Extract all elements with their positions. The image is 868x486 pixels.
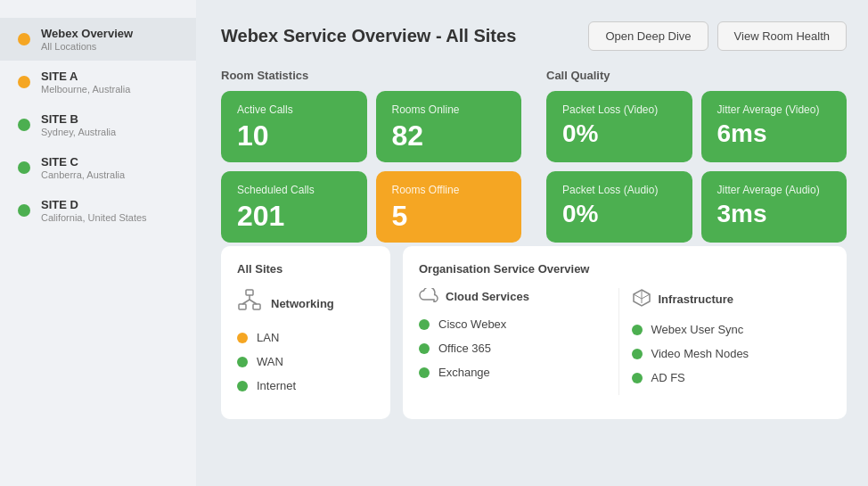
sidebar-item-sub: Canberra, Australia [41, 169, 125, 180]
rooms-offline-label: Rooms Offline [392, 184, 506, 196]
site-c-dot [18, 161, 30, 174]
site-a-dot [18, 76, 30, 88]
sidebar-item-webex-overview[interactable]: Webex Overview All Locations [0, 18, 196, 61]
networking-wan-item: WAN [237, 355, 374, 368]
svg-rect-2 [253, 304, 260, 309]
top-area: Room Statistics Active Calls 10 Rooms On… [221, 69, 847, 243]
org-service-label: Organisation Service Overview [419, 262, 831, 276]
sidebar-item-sub: Sydney, Australia [41, 127, 116, 137]
ad-fs-item: AD FS [632, 371, 819, 384]
packet-loss-video-label: Packet Loss (Video) [562, 103, 676, 116]
bottom-panels: All Sites Networking LAN [221, 246, 847, 419]
room-statistics-section: Room Statistics Active Calls 10 Rooms On… [221, 69, 521, 243]
sidebar-item-sub: California, United States [41, 212, 147, 223]
jitter-avg-video-label: Jitter Average (Video) [717, 103, 831, 116]
video-mesh-nodes-item: Video Mesh Nodes [632, 347, 819, 360]
svg-rect-1 [239, 304, 246, 309]
page-header: Webex Service Overview - All Sites Open … [221, 21, 847, 51]
packet-loss-audio-value: 0% [562, 202, 676, 227]
cloud-services-header: Cloud Services [419, 288, 606, 305]
exchange-item: Exchange [419, 366, 606, 379]
svg-line-4 [242, 300, 250, 304]
active-calls-value: 10 [237, 121, 351, 150]
sidebar: Webex Overview All Locations SITE A Melb… [0, 0, 196, 486]
packet-loss-audio-card: Packet Loss (Audio) 0% [546, 171, 692, 243]
sidebar-item-site-c[interactable]: SITE C Canberra, Australia [0, 146, 196, 189]
view-room-health-button[interactable]: View Room Health [717, 21, 847, 51]
sidebar-item-sub: Melbourne, Australia [41, 84, 130, 95]
lan-status-dot [237, 333, 248, 343]
webex-overview-dot [18, 33, 30, 45]
sidebar-item-title: SITE A [41, 70, 130, 83]
rooms-online-card: Rooms Online 82 [376, 91, 522, 162]
webex-user-sync-item: Webex User Sync [632, 323, 819, 336]
all-sites-label: All Sites [237, 262, 374, 276]
room-statistics-label: Room Statistics [221, 69, 521, 82]
sidebar-item-site-d[interactable]: SITE D California, United States [0, 189, 196, 232]
infrastructure-title: Infrastructure [659, 292, 734, 306]
stat-grid: Active Calls 10 Rooms Online 82 Schedule… [221, 91, 521, 243]
infrastructure-header: Infrastructure [632, 288, 819, 310]
video-mesh-nodes-label: Video Mesh Nodes [651, 347, 749, 360]
jitter-avg-video-value: 6ms [717, 121, 831, 146]
jitter-avg-video-card: Jitter Average (Video) 6ms [701, 91, 848, 162]
site-d-dot [18, 204, 30, 217]
cloud-services-col: Cloud Services Cisco Webex Office 365 Ex… [419, 288, 619, 395]
sidebar-item-title: SITE B [41, 112, 116, 126]
packet-loss-video-card: Packet Loss (Video) 0% [546, 91, 692, 162]
office-365-item: Office 365 [419, 342, 606, 355]
org-service-panel: Organisation Service Overview Cloud Serv… [403, 246, 847, 419]
svg-line-5 [250, 300, 257, 304]
jitter-avg-audio-label: Jitter Average (Audio) [717, 184, 831, 196]
main-content: Webex Service Overview - All Sites Open … [196, 0, 868, 486]
org-cols: Cloud Services Cisco Webex Office 365 Ex… [419, 288, 831, 395]
networking-header: Networking [237, 288, 374, 318]
scheduled-calls-card: Scheduled Calls 201 [221, 171, 367, 243]
cloud-icon [419, 288, 438, 305]
wan-status-dot [237, 357, 248, 367]
exchange-dot [419, 367, 430, 378]
svg-rect-0 [246, 290, 253, 295]
site-b-dot [18, 119, 30, 131]
all-sites-panel: All Sites Networking LAN [221, 246, 390, 419]
ad-fs-dot [632, 373, 643, 383]
jitter-avg-audio-card: Jitter Average (Audio) 3ms [701, 171, 848, 243]
sidebar-item-site-b[interactable]: SITE B Sydney, Australia [0, 103, 196, 146]
sidebar-item-title: SITE C [41, 155, 125, 169]
cisco-webex-label: Cisco Webex [438, 317, 506, 331]
packet-loss-audio-label: Packet Loss (Audio) [562, 184, 676, 196]
active-calls-label: Active Calls [237, 103, 351, 116]
office-365-dot [419, 343, 430, 354]
lan-label: LAN [257, 331, 279, 344]
rooms-online-label: Rooms Online [392, 103, 506, 116]
rooms-offline-value: 5 [392, 202, 506, 230]
networking-lan-item: LAN [237, 331, 374, 344]
networking-title: Networking [271, 297, 334, 310]
webex-user-sync-label: Webex User Sync [651, 323, 744, 336]
call-quality-label: Call Quality [546, 69, 847, 82]
ad-fs-label: AD FS [651, 371, 685, 384]
scheduled-calls-label: Scheduled Calls [237, 184, 351, 196]
networking-icon [237, 288, 262, 318]
sidebar-item-title: Webex Overview [41, 27, 133, 40]
networking-internet-item: Internet [237, 379, 374, 392]
sidebar-item-sub: All Locations [41, 41, 133, 52]
sidebar-item-site-a[interactable]: SITE A Melbourne, Australia [0, 61, 196, 103]
cisco-webex-dot [419, 319, 430, 330]
video-mesh-nodes-dot [632, 349, 643, 359]
infrastructure-icon [632, 288, 651, 310]
webex-user-sync-dot [632, 325, 643, 335]
infrastructure-col: Infrastructure Webex User Sync Video Mes… [632, 288, 831, 395]
rooms-offline-card: Rooms Offline 5 [376, 171, 522, 243]
cisco-webex-item: Cisco Webex [419, 317, 606, 331]
packet-loss-video-value: 0% [562, 121, 676, 146]
active-calls-card: Active Calls 10 [221, 91, 367, 162]
cloud-services-title: Cloud Services [446, 290, 529, 303]
internet-label: Internet [257, 379, 296, 392]
open-deep-dive-button[interactable]: Open Deep Dive [588, 21, 708, 51]
wan-label: WAN [257, 355, 283, 368]
scheduled-calls-value: 201 [237, 202, 351, 230]
call-quality-section: Call Quality Packet Loss (Video) 0% Jitt… [546, 69, 847, 243]
internet-status-dot [237, 381, 248, 391]
jitter-avg-audio-value: 3ms [717, 202, 831, 227]
